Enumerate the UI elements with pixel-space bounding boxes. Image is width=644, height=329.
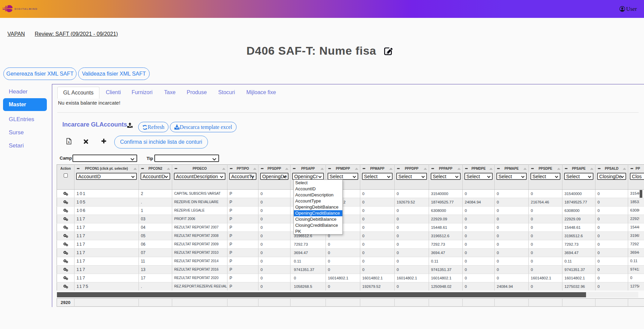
svg-text:x: x	[68, 140, 70, 144]
